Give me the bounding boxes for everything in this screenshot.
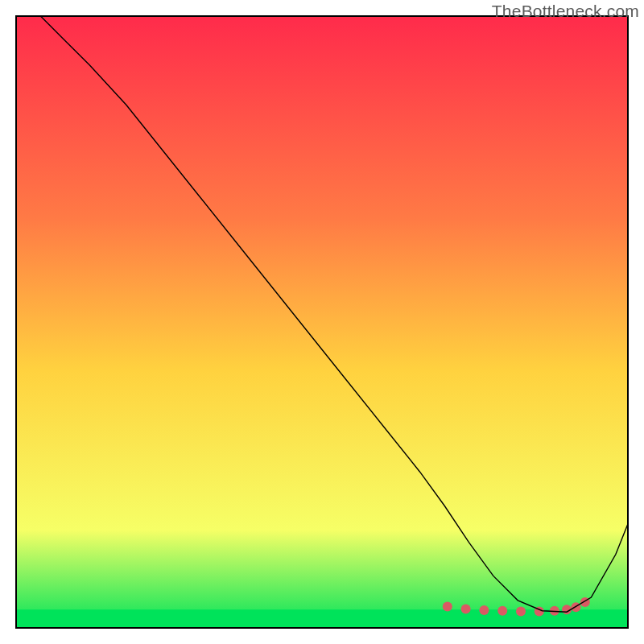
highlight-dot xyxy=(479,605,489,615)
highlight-dot xyxy=(497,606,507,616)
highlight-dot xyxy=(443,601,452,611)
highlight-dot xyxy=(571,602,580,612)
highlight-dot xyxy=(461,604,471,613)
chart-stage: TheBottleneck.com xyxy=(0,0,644,644)
gradient-background xyxy=(16,16,628,628)
chart-svg xyxy=(0,0,644,644)
highlight-dot xyxy=(516,607,526,617)
watermark-text: TheBottleneck.com xyxy=(492,2,639,21)
